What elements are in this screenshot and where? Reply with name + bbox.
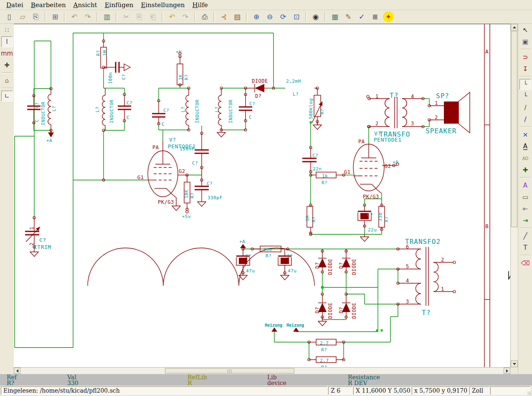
schematic-label: 22n [313, 166, 322, 172]
find-icon[interactable]: ◉ [310, 11, 321, 22]
cursor-shape-icon[interactable]: ✚ [1, 60, 13, 71]
power-pin [186, 211, 188, 213]
zoom-redraw-icon[interactable]: ⟳ [278, 11, 289, 22]
global-label-icon[interactable]: AD [519, 153, 531, 164]
new-file-glyph: ▯ [7, 13, 11, 21]
place-text-icon[interactable]: T [519, 242, 531, 253]
place-wire-icon[interactable]: └ [519, 79, 531, 90]
horizontal-scroll-thumb[interactable]: ||| [165, 368, 294, 373]
schematic-label: 3 [411, 121, 414, 127]
info-reflib-label: RefLib [187, 374, 207, 380]
main-toolbar: ▯▱⎘⊞↶↷▥✂⎘⎗↶↷⎙⊰▤⊕⊖⟳⊡◉▦✎✓≣✦ [0, 10, 532, 24]
undo-icon[interactable]: ↶ [167, 11, 177, 22]
net-label-icon[interactable]: A [519, 141, 531, 152]
select-tool-icon[interactable]: ↖ [519, 25, 531, 36]
zoom-fit-icon[interactable]: ⊡ [291, 11, 302, 22]
power-pin [367, 95, 369, 98]
delete-item-icon[interactable]: ⌫ [519, 258, 531, 269]
netlist-generate-icon[interactable]: ▦ [329, 11, 340, 22]
inductor-coil [102, 95, 105, 125]
units-mm-icon[interactable]: mm [1, 48, 13, 59]
save-project-icon[interactable]: ⎘ [30, 11, 41, 22]
toolbar-separator [520, 255, 531, 256]
place-sheet-pin-icon[interactable]: ⇥ [519, 215, 531, 226]
bom-list-icon[interactable]: ≣ [370, 11, 380, 22]
sheet-next-icon[interactable]: ↷ [82, 11, 93, 22]
erc-check-glyph: ✓ [359, 13, 365, 21]
hierarchy-nav-icon[interactable]: ▣ [519, 36, 531, 47]
library-list-icon[interactable]: ▤ [232, 11, 243, 22]
junction-icon[interactable]: ✚ [519, 165, 531, 175]
eeschema-window: { "menu": {"items": ["Datei","Bearbeiten… [0, 0, 532, 396]
sheet-prev-icon[interactable]: ↶ [69, 11, 80, 22]
no-connect-icon[interactable]: ✕ [519, 129, 531, 140]
menu-bearbeiten[interactable]: Bearbeiten [27, 0, 70, 10]
schematic-label: 330pF [208, 195, 223, 201]
paste-icon[interactable]: ⎗ [147, 11, 158, 22]
ortho-mode-glyph: ∟ [4, 92, 10, 100]
info-val-label: Val [67, 374, 79, 380]
delete-item-glyph: ⌫ [521, 259, 529, 267]
copy-icon[interactable]: ⎘ [134, 11, 145, 22]
units-mm-glyph: mm [1, 50, 13, 57]
scroll-left-button[interactable] [14, 368, 20, 374]
ortho-mode-icon[interactable]: ∟ [1, 91, 13, 102]
hidden-pins-icon[interactable]: ⌂ [1, 75, 13, 86]
units-inch-icon[interactable]: I [1, 36, 13, 47]
place-text-glyph: T [523, 244, 527, 251]
run-cvpcb-icon[interactable]: ✦ [383, 11, 394, 22]
schematic-label: C? [127, 100, 132, 106]
grid-toggle-icon[interactable]: ∷ [1, 25, 13, 36]
schematic-label: R? [321, 347, 327, 353]
schematic-label: 1M [102, 50, 108, 56]
place-component-icon[interactable]: ⊃ [519, 52, 531, 63]
menu-einfuegen[interactable]: Einfügen [101, 0, 137, 10]
scroll-down-button[interactable] [511, 360, 518, 367]
hierarchy-navigator-icon[interactable]: ▥ [101, 11, 112, 22]
zoom-in-icon[interactable]: ⊕ [251, 11, 262, 22]
place-sheet-icon[interactable]: ▭ [519, 192, 531, 203]
menu-hilfe[interactable]: Hilfe [189, 0, 212, 10]
open-file-glyph: ▱ [20, 13, 25, 21]
vertical-scrollbar[interactable] [510, 24, 518, 367]
page-settings-icon[interactable]: ⊞ [50, 11, 61, 22]
info-ref-label: Ref [7, 374, 17, 380]
open-file-icon[interactable]: ▱ [17, 11, 28, 22]
place-power-icon[interactable]: ↧ [519, 63, 531, 74]
redo-icon[interactable]: ↷ [180, 11, 191, 22]
cut-icon[interactable]: ✂ [121, 11, 132, 22]
zoom-out-icon[interactable]: ⊖ [264, 11, 275, 22]
new-file-icon[interactable]: ▯ [4, 11, 15, 22]
ground-symbol [217, 132, 225, 137]
import-sheet-pin-icon[interactable]: ⇤ [519, 203, 531, 214]
print-icon[interactable]: ⎙ [199, 11, 210, 22]
schematic-label: DIODE [252, 78, 268, 84]
schematic-drawing: C?CINDUCTORL?+AR?1M100nC?L?INDUCTORC?C+b… [14, 24, 510, 368]
horizontal-scrollbar[interactable]: ||| [14, 367, 510, 374]
vertical-scroll-thumb[interactable] [511, 31, 517, 227]
schematic-label: G2 [385, 163, 391, 169]
bus-bus-entry-icon[interactable]: / [519, 114, 531, 125]
info-val-value: 330 [67, 380, 79, 386]
scroll-right-button[interactable] [504, 368, 510, 374]
toolbar-separator [520, 49, 531, 50]
menu-ansicht[interactable]: Ansicht [70, 0, 101, 10]
filled-symbol [271, 327, 277, 332]
annotate-icon[interactable]: ✎ [343, 11, 354, 22]
scroll-up-button[interactable] [511, 24, 518, 30]
place-bus-icon[interactable]: └ [519, 91, 531, 102]
schematic-label: 1M [305, 216, 310, 221]
netlist-export-icon[interactable]: ⊰ [218, 11, 229, 22]
menu-einstellungen[interactable]: Einstellungen [137, 0, 188, 10]
print-glyph: ⎙ [202, 13, 208, 21]
menu-datei[interactable]: Datei [3, 0, 27, 10]
schematic-label: 2,7 [320, 340, 329, 346]
schematic-canvas[interactable]: C?CINDUCTORL?+AR?1M100nC?L?INDUCTORC?C+b… [14, 24, 510, 367]
schematic-label: L? [51, 106, 57, 112]
schematic-label: DIODE [327, 302, 333, 319]
schematic-label: INDUCTOR [41, 102, 46, 125]
erc-check-icon[interactable]: ✓ [356, 11, 367, 22]
hier-label-icon[interactable]: A [519, 180, 531, 191]
wire-bus-entry-icon[interactable]: / [519, 102, 531, 113]
place-line-icon[interactable]: ╱ [519, 231, 531, 241]
